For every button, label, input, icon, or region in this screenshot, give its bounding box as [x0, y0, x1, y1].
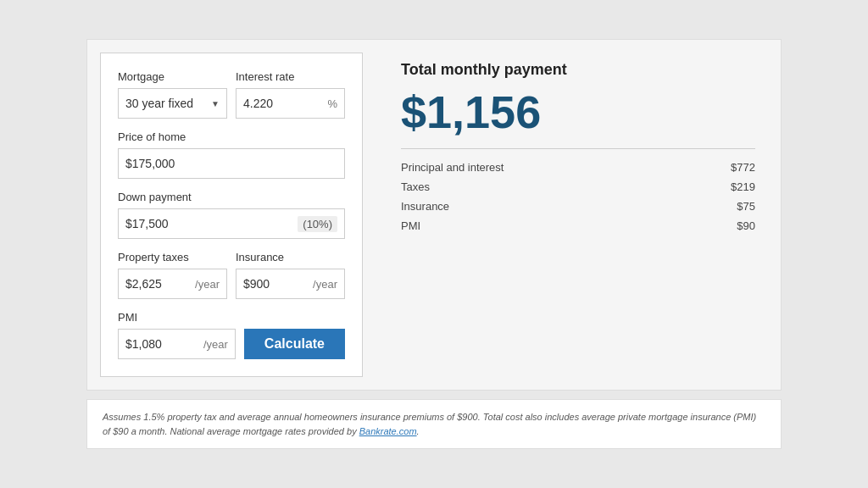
pmi-input[interactable]: [125, 337, 203, 351]
pmi-suffix: /year: [203, 338, 228, 351]
breakdown-label: Insurance: [401, 200, 449, 213]
bankrate-link[interactable]: Bankrate.com: [359, 426, 417, 436]
calculate-button[interactable]: Calculate: [244, 329, 345, 359]
interest-rate-input[interactable]: [243, 97, 327, 110]
breakdown-label: Principal and interest: [401, 161, 504, 174]
price-field-group: Price of home: [118, 130, 345, 179]
price-input-wrapper: [118, 148, 345, 179]
total-amount: $1,156: [401, 89, 755, 135]
pmi-input-group: /year: [118, 329, 236, 359]
pmi-input-wrapper: /year: [118, 329, 236, 359]
property-taxes-field-group: Property taxes /year: [118, 251, 227, 299]
mortgage-interest-row: Mortgage 30 year fixed 15 year fixed 5/1…: [118, 70, 345, 119]
mortgage-select-wrapper[interactable]: 30 year fixed 15 year fixed 5/1 ARM ▼: [118, 88, 227, 119]
breakdown-label: Taxes: [401, 180, 430, 193]
breakdown-row: PMI$90: [401, 219, 755, 232]
taxes-insurance-row: Property taxes /year Insurance /year: [118, 251, 345, 299]
mortgage-label: Mortgage: [118, 70, 227, 83]
interest-rate-input-wrapper: %: [236, 88, 345, 119]
breakdown-value: $75: [737, 200, 755, 213]
insurance-suffix: /year: [313, 278, 337, 291]
insurance-label: Insurance: [236, 251, 345, 263]
property-taxes-input-wrapper: /year: [118, 269, 227, 299]
property-taxes-label: Property taxes: [118, 251, 227, 263]
mortgage-field-group: Mortgage 30 year fixed 15 year fixed 5/1…: [118, 70, 227, 119]
pmi-label: PMI: [118, 311, 345, 324]
insurance-field-group: Insurance /year: [236, 251, 345, 299]
down-payment-input-wrapper: (10%): [118, 208, 345, 239]
breakdown-row: Principal and interest$772: [401, 161, 755, 174]
breakdown-value: $90: [737, 219, 755, 232]
interest-rate-field-group: Interest rate %: [236, 70, 345, 119]
footer-note: Assumes 1.5% property tax and average an…: [86, 399, 782, 449]
down-payment-pct: (10%): [298, 216, 337, 232]
price-input[interactable]: [125, 157, 337, 170]
calculator-container: Mortgage 30 year fixed 15 year fixed 5/1…: [86, 39, 782, 391]
breakdown-row: Insurance$75: [401, 200, 755, 213]
property-taxes-suffix: /year: [195, 278, 220, 291]
left-panel: Mortgage 30 year fixed 15 year fixed 5/1…: [100, 53, 363, 377]
down-payment-input[interactable]: [125, 217, 298, 230]
interest-rate-suffix: %: [327, 97, 337, 110]
breakdown-row: Taxes$219: [401, 180, 755, 193]
footer-suffix: .: [417, 426, 420, 436]
breakdown-list: Principal and interest$772Taxes$219Insur…: [401, 161, 755, 232]
breakdown-label: PMI: [401, 219, 420, 232]
right-panel: Total monthly payment $1,156 Principal a…: [376, 40, 781, 390]
breakdown-value: $219: [731, 180, 755, 193]
total-label: Total monthly payment: [401, 61, 755, 79]
price-label: Price of home: [118, 130, 345, 143]
down-payment-label: Down payment: [118, 191, 345, 203]
down-payment-field-group: Down payment (10%): [118, 191, 345, 239]
breakdown-value: $772: [731, 161, 755, 174]
top-section: Mortgage 30 year fixed 15 year fixed 5/1…: [87, 40, 781, 390]
footer-text: Assumes 1.5% property tax and average an…: [103, 412, 756, 436]
mortgage-select[interactable]: 30 year fixed 15 year fixed 5/1 ARM: [125, 97, 208, 110]
insurance-input-wrapper: /year: [236, 269, 345, 299]
interest-rate-label: Interest rate: [236, 70, 345, 83]
dropdown-arrow-icon: ▼: [211, 99, 220, 108]
pmi-row: /year Calculate: [118, 329, 345, 359]
property-taxes-input[interactable]: [125, 277, 195, 291]
pmi-section: PMI /year Calculate: [118, 311, 345, 359]
insurance-input[interactable]: [243, 277, 313, 291]
divider: [401, 148, 755, 149]
